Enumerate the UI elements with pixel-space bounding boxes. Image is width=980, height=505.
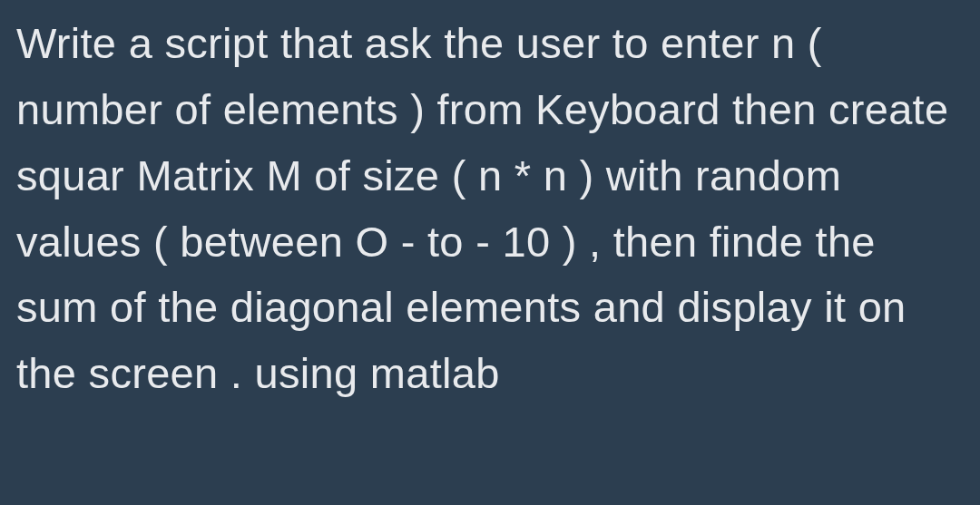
question-text: Write a script that ask the user to ente… bbox=[16, 11, 964, 407]
